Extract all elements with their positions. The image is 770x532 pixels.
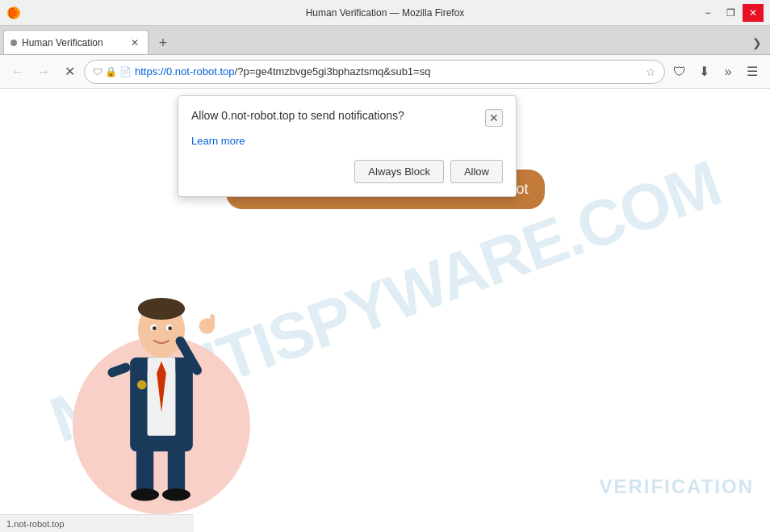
download-button[interactable]: ⬇	[693, 61, 715, 83]
tab-favicon	[10, 40, 17, 46]
svg-rect-14	[210, 314, 215, 328]
svg-rect-15	[136, 447, 153, 494]
close-button[interactable]: ✕	[743, 4, 764, 22]
svg-rect-11	[107, 362, 132, 379]
character-svg	[73, 240, 250, 514]
browser-content: MYANTISPYWARE.COM Allow 0.not-robot.top …	[0, 89, 770, 514]
firefox-icon	[6, 6, 21, 20]
svg-point-1	[10, 9, 18, 16]
extensions-button[interactable]: »	[717, 61, 739, 83]
notification-popup: Allow 0.not-robot.top to send notificati…	[178, 95, 517, 197]
security-icon: 🛡	[93, 66, 103, 77]
svg-point-19	[137, 380, 147, 390]
url-params: /?p=ge4tmzbvge5gi3bphaztsmq&sub1=sq	[235, 65, 431, 77]
shield-button[interactable]: 🛡	[668, 61, 691, 83]
menu-button[interactable]: ☰	[741, 61, 764, 83]
tab-scroll-button[interactable]: ❯	[747, 31, 767, 54]
status-bar: 1.not-robot.top	[0, 514, 194, 532]
window-title: Human Verification — Mozilla Firefox	[306, 7, 465, 19]
forward-button[interactable]: →	[32, 61, 55, 83]
stop-button[interactable]: ✕	[58, 61, 81, 83]
tab-bar: Human Verification ✕ + ❯	[0, 26, 770, 55]
restore-button[interactable]: ❐	[720, 4, 741, 22]
minimize-button[interactable]: −	[697, 4, 718, 22]
svg-point-10	[168, 326, 172, 330]
character-illustration	[48, 207, 274, 514]
new-tab-button[interactable]: +	[152, 31, 174, 54]
bookmark-star-icon[interactable]: ☆	[646, 65, 656, 78]
svg-point-17	[131, 488, 159, 501]
title-bar: Human Verification — Mozilla Firefox − ❐…	[0, 0, 770, 26]
svg-point-9	[153, 326, 157, 330]
back-button[interactable]: ←	[6, 61, 29, 83]
svg-rect-16	[168, 447, 185, 494]
svg-point-6	[138, 298, 185, 320]
svg-point-18	[162, 488, 190, 501]
popup-actions: Always Block Allow	[191, 160, 503, 183]
status-url: 1.not-robot.top	[6, 519, 65, 529]
tab-human-verification[interactable]: Human Verification ✕	[3, 30, 149, 54]
always-block-button[interactable]: Always Block	[354, 160, 444, 183]
tab-close-button[interactable]: ✕	[128, 36, 141, 49]
url-text[interactable]: https://0.not-robot.top/?p=ge4tmzbvge5gi…	[135, 65, 642, 77]
lock-icon: 🔒	[105, 66, 117, 77]
allow-button[interactable]: Allow	[450, 160, 503, 183]
tab-title: Human Verification	[22, 37, 123, 48]
learn-more-link[interactable]: Learn more	[191, 135, 503, 147]
popup-close-button[interactable]: ✕	[485, 109, 503, 127]
reader-icon: 📄	[119, 66, 132, 77]
url-main: https://0.not-robot.top	[135, 65, 235, 77]
watermark-verification-text: VERIFICATION	[599, 475, 754, 498]
address-bar[interactable]: 🛡 🔒 📄 https://0.not-robot.top/?p=ge4tmzb…	[84, 60, 665, 84]
nav-bar: ← → ✕ 🛡 🔒 📄 https://0.not-robot.top/?p=g…	[0, 55, 770, 89]
popup-title: Allow 0.not-robot.top to send notificati…	[191, 109, 404, 122]
